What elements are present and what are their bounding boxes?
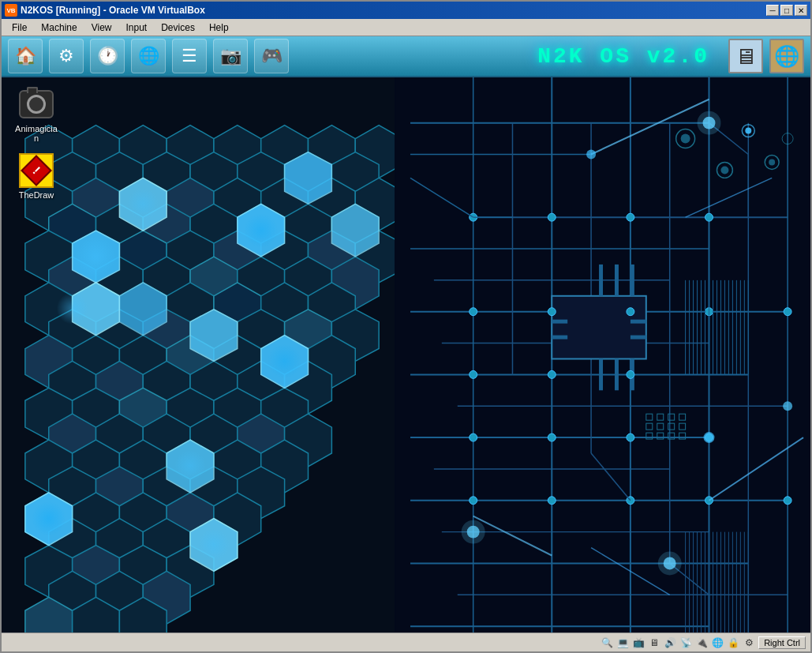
svg-point-174 <box>627 213 634 221</box>
network-button[interactable]: 🌐 <box>131 39 166 73</box>
svg-rect-165 <box>599 358 603 390</box>
svg-point-128 <box>127 188 159 220</box>
menu-devices[interactable]: Devices <box>154 20 202 36</box>
svg-point-173 <box>548 213 556 221</box>
svg-point-185 <box>548 433 556 441</box>
svg-point-211 <box>783 401 792 411</box>
right-ctrl-label: Right Ctrl <box>758 636 806 649</box>
svg-point-209 <box>462 520 485 544</box>
status-icon-3[interactable]: 📺 <box>632 636 645 649</box>
svg-point-217 <box>720 166 728 174</box>
svg-point-189 <box>548 497 556 505</box>
status-icon-2[interactable]: 💻 <box>616 636 629 649</box>
svg-point-210 <box>704 432 715 443</box>
svg-point-177 <box>548 308 556 316</box>
menu-machine[interactable]: Machine <box>34 20 84 36</box>
status-icon-10[interactable]: ⚙ <box>743 636 755 649</box>
svg-point-181 <box>470 370 477 378</box>
menu-file[interactable]: File <box>5 20 34 36</box>
animagician-image <box>19 87 54 122</box>
svg-point-130 <box>57 293 88 325</box>
status-icon-6[interactable]: 📡 <box>679 636 692 649</box>
title-bar-left: VB N2KOS [Running] - Oracle VM VirtualBo… <box>5 4 205 17</box>
menu-help[interactable]: Help <box>202 20 236 36</box>
svg-rect-170 <box>631 320 646 324</box>
gamepad-button[interactable]: 🎮 <box>254 39 289 73</box>
svg-point-132 <box>174 450 206 482</box>
svg-point-134 <box>198 529 230 561</box>
svg-point-175 <box>705 213 713 221</box>
minimize-button[interactable]: ─ <box>766 5 779 16</box>
svg-rect-169 <box>552 336 567 340</box>
title-bar: VB N2KOS [Running] - Oracle VM VirtualBo… <box>2 2 810 19</box>
status-icon-9[interactable]: 🔒 <box>727 636 739 649</box>
svg-point-184 <box>470 433 477 441</box>
menu-view[interactable]: View <box>84 20 119 36</box>
thedraw-icon[interactable]: ! TheDraw <box>8 150 65 204</box>
desktop-icons: Animagician ! TheDraw <box>8 84 65 204</box>
svg-rect-162 <box>599 265 603 296</box>
thedraw-label: TheDraw <box>17 190 57 201</box>
circuit-background <box>2 77 810 632</box>
svg-point-213 <box>658 552 682 576</box>
thedraw-image: ! <box>19 153 54 188</box>
monitor-icon[interactable]: 🖥 <box>728 39 763 73</box>
animagician-icon[interactable]: Animagician <box>8 84 65 147</box>
svg-point-176 <box>470 308 477 316</box>
title-bar-buttons: ─ □ ✕ <box>766 5 807 16</box>
svg-point-182 <box>548 370 556 378</box>
svg-point-131 <box>268 344 302 379</box>
svg-rect-168 <box>552 320 567 324</box>
svg-rect-163 <box>615 265 619 296</box>
svg-point-206 <box>698 111 721 135</box>
svg-point-180 <box>784 308 791 316</box>
svg-rect-161 <box>552 296 646 359</box>
svg-point-188 <box>470 497 477 505</box>
screenshot-button[interactable]: 📷 <box>213 39 248 73</box>
home-button[interactable]: 🏠 <box>8 39 43 73</box>
virtualbox-window: VB N2KOS [Running] - Oracle VM VirtualBo… <box>0 0 812 653</box>
os-title: N2K OS v2.0 <box>537 44 709 69</box>
status-icon-7[interactable]: 🔌 <box>695 636 708 649</box>
status-icon-5[interactable]: 🔊 <box>664 636 676 649</box>
status-bar: 🔍 💻 📺 🖥 🔊 📡 🔌 🌐 🔒 ⚙ Right Ctrl <box>2 632 810 651</box>
svg-point-219 <box>745 128 751 134</box>
svg-point-215 <box>681 134 690 144</box>
animagician-label: Animagician <box>11 123 62 144</box>
restore-button[interactable]: □ <box>780 5 793 16</box>
status-icon-8[interactable]: 🌐 <box>711 636 724 649</box>
svg-point-133 <box>32 501 66 536</box>
svg-point-192 <box>784 497 791 505</box>
camera-graphic <box>19 90 54 118</box>
status-icon-4[interactable]: 🖥 <box>648 636 660 649</box>
desktop-background <box>2 77 810 632</box>
settings-button[interactable]: ⚙ <box>49 39 84 73</box>
globe-icon[interactable]: 🌐 <box>769 39 804 73</box>
svg-point-178 <box>627 308 634 316</box>
svg-point-183 <box>627 370 634 378</box>
files-button[interactable]: ☰ <box>172 39 207 73</box>
svg-point-127 <box>77 237 116 276</box>
svg-point-186 <box>627 433 634 441</box>
svg-rect-164 <box>631 265 634 296</box>
menu-input[interactable]: Input <box>119 20 155 36</box>
svg-rect-171 <box>631 336 646 340</box>
window-title: N2KOS [Running] - Oracle VM VirtualBox <box>21 5 205 16</box>
app-icon: VB <box>5 4 17 17</box>
toolbar: 🏠 ⚙ 🕐 🌐 ☰ 📷 🎮 N2K OS v2.0 🖥 🌐 <box>2 36 810 77</box>
svg-point-221 <box>769 159 775 165</box>
desktop: Animagician ! TheDraw <box>2 77 810 632</box>
svg-point-207 <box>586 150 596 159</box>
thedraw-diamond: ! <box>21 155 52 186</box>
menu-bar: File Machine View Input Devices Help <box>2 19 810 36</box>
status-icon-1[interactable]: 🔍 <box>601 636 613 649</box>
svg-rect-166 <box>615 358 619 390</box>
close-button[interactable]: ✕ <box>795 5 807 16</box>
history-button[interactable]: 🕐 <box>90 39 125 73</box>
svg-point-129 <box>244 213 279 248</box>
thedraw-graphic: ! <box>19 153 54 188</box>
